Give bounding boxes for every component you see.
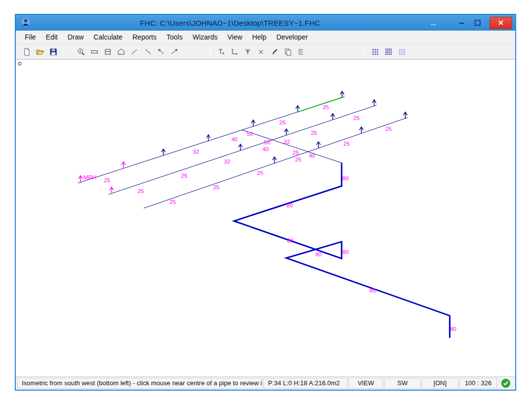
pipe-size-label: 25 bbox=[137, 188, 144, 194]
pipe-size-label: 50 bbox=[264, 139, 270, 145]
sprinkler-head-icon[interactable] bbox=[110, 187, 114, 194]
draw-line-ne-button[interactable] bbox=[128, 45, 141, 58]
status-counts: P:34 L:0 H:18 A:216.0m2 bbox=[264, 378, 348, 389]
status-hydrant-toggle: [ON] bbox=[422, 378, 458, 389]
sprinkler-head-icon[interactable] bbox=[403, 112, 407, 119]
open-file-icon bbox=[36, 47, 44, 56]
toolbar-separator bbox=[210, 47, 211, 57]
menu-item-file[interactable]: File bbox=[20, 31, 41, 44]
add-elbow-button[interactable] bbox=[227, 45, 241, 58]
draw-line-se-button[interactable] bbox=[141, 45, 154, 58]
dot-grid-icon bbox=[384, 47, 393, 56]
status-scale: 100 : 326 bbox=[459, 378, 497, 389]
sprinkler-head-icon[interactable] bbox=[122, 162, 126, 168]
new-file-button[interactable] bbox=[20, 45, 33, 58]
sprinkler-head-icon[interactable] bbox=[284, 129, 288, 135]
dot-grid-button-1[interactable] bbox=[368, 45, 382, 58]
sprinkler-head-icon[interactable] bbox=[340, 91, 344, 98]
draw-arrow-nw-button[interactable] bbox=[154, 45, 168, 58]
add-riser-button[interactable] bbox=[214, 45, 227, 58]
menu-item-draw[interactable]: Draw bbox=[63, 31, 89, 44]
highlighted-pipe-line[interactable] bbox=[298, 97, 343, 112]
edit-pencil-button[interactable] bbox=[267, 45, 281, 58]
menu-item-tools[interactable]: Tools bbox=[162, 31, 188, 44]
sprinkler-head-icon[interactable] bbox=[272, 157, 276, 163]
pipe-line[interactable] bbox=[109, 105, 377, 195]
pipe-size-label: 25 bbox=[295, 157, 302, 162]
sprinkler-head-icon[interactable] bbox=[372, 100, 376, 106]
range-details-icon bbox=[297, 47, 306, 56]
menu-item-help[interactable]: Help bbox=[247, 31, 271, 44]
menu-item-view[interactable]: View bbox=[222, 31, 247, 44]
save-file-icon bbox=[49, 47, 58, 56]
pipe-size-label: 80 bbox=[343, 175, 349, 181]
pipe-size-label: 25 bbox=[354, 115, 360, 121]
sprinkler-head-icon[interactable] bbox=[296, 106, 300, 112]
sprinkler-head-icon[interactable] bbox=[79, 176, 83, 182]
main-pipe-line[interactable] bbox=[234, 163, 449, 338]
add-tee-button[interactable] bbox=[241, 45, 254, 58]
pipe-size-label: 40 bbox=[263, 146, 269, 152]
maximize-button[interactable] bbox=[470, 17, 486, 29]
close-button[interactable] bbox=[489, 17, 512, 29]
pipe-size-label: 25 bbox=[279, 120, 286, 125]
save-file-button[interactable] bbox=[46, 45, 60, 58]
draw-arrow-ne-button[interactable] bbox=[168, 45, 181, 58]
pipe-size-label: 50 bbox=[247, 131, 253, 137]
range-details-button[interactable] bbox=[294, 45, 308, 58]
sprinkler-head-icon[interactable] bbox=[316, 142, 320, 148]
pipe-size-label: 80 bbox=[369, 287, 376, 293]
menu-item-reports[interactable]: Reports bbox=[128, 31, 162, 44]
menubar: File Edit Draw Calculate Reports Tools W… bbox=[16, 31, 515, 44]
status-message: Isometric from south west (bottom left) … bbox=[17, 378, 263, 389]
pipe-size-label: 80 bbox=[343, 249, 349, 255]
status-orientation: SW bbox=[384, 378, 421, 389]
sprinkler-head-icon[interactable] bbox=[238, 144, 242, 151]
pipe-size-label: 80 bbox=[315, 251, 322, 257]
dot-grid-button-2[interactable] bbox=[382, 45, 395, 58]
copy-pages-button[interactable] bbox=[281, 45, 294, 58]
line-ne-icon bbox=[130, 47, 139, 56]
view-front-button[interactable] bbox=[101, 45, 114, 58]
pipe-size-label: 40 bbox=[309, 153, 315, 159]
pipe-size-label: 25 bbox=[170, 199, 176, 205]
sprinkler-head-icon[interactable] bbox=[251, 120, 255, 126]
pipe-size-label: 32 bbox=[224, 159, 230, 164]
view-isometric-icon bbox=[117, 47, 126, 56]
zoom-icon bbox=[77, 47, 86, 56]
drawing-area[interactable]: MRH2525252525323240505032402540252525252… bbox=[16, 59, 515, 376]
menu-item-edit[interactable]: Edit bbox=[41, 31, 63, 44]
add-cross-button[interactable] bbox=[254, 45, 267, 58]
pipe-size-label: 32 bbox=[284, 139, 290, 145]
drawing-canvas[interactable]: MRH2525252525323240505032402540252525252… bbox=[16, 60, 515, 376]
open-file-button[interactable] bbox=[33, 45, 46, 58]
dot-grid-icon bbox=[371, 47, 380, 56]
view-isometric-button[interactable] bbox=[114, 45, 128, 58]
pipe-size-label: 25 bbox=[293, 150, 299, 156]
line-se-icon bbox=[143, 47, 152, 56]
app-icon bbox=[21, 18, 31, 28]
pipe-size-label: 32 bbox=[193, 149, 199, 155]
pipe-line[interactable] bbox=[144, 118, 408, 208]
zoom-button[interactable] bbox=[74, 45, 88, 58]
sprinkler-head-icon[interactable] bbox=[162, 149, 166, 156]
menu-item-wizards[interactable]: Wizards bbox=[187, 31, 222, 44]
menu-item-calculate[interactable]: Calculate bbox=[89, 31, 127, 44]
new-file-icon bbox=[22, 47, 31, 56]
pipe-size-label: 25 bbox=[323, 104, 329, 110]
sprinkler-head-icon[interactable] bbox=[331, 114, 335, 120]
view-plan-icon bbox=[90, 47, 99, 56]
pipe-size-label: 25 bbox=[385, 126, 392, 132]
maximize-icon bbox=[474, 19, 482, 27]
sprinkler-head-icon[interactable] bbox=[359, 127, 363, 133]
pipe-line[interactable] bbox=[242, 130, 342, 163]
dot-grid-icon bbox=[398, 47, 406, 56]
add-elbow-icon bbox=[230, 47, 239, 56]
app-window: FHC: C:\Users\JOHNAD~1\Desktop\TREESY~1.… bbox=[15, 14, 516, 391]
view-plan-button[interactable] bbox=[88, 45, 101, 58]
dot-grid-button-3[interactable] bbox=[395, 45, 408, 58]
menu-item-developer[interactable]: Developer bbox=[271, 31, 313, 44]
titlebar: FHC: C:\Users\JOHNAD~1\Desktop\TREESY~1.… bbox=[16, 15, 515, 31]
pipe-size-label: 80 bbox=[287, 202, 293, 208]
minimize-button[interactable] bbox=[454, 17, 470, 29]
